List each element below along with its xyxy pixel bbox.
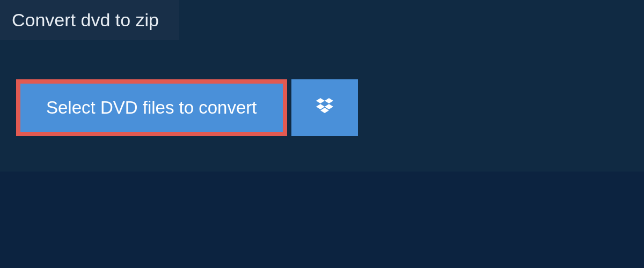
- dropbox-button[interactable]: [291, 79, 358, 136]
- dropbox-icon: [314, 96, 335, 120]
- tab-title: Convert dvd to zip: [12, 10, 159, 30]
- action-button-row: Select DVD files to convert: [16, 79, 358, 136]
- select-files-button[interactable]: Select DVD files to convert: [16, 79, 287, 136]
- conversion-tab[interactable]: Convert dvd to zip: [0, 0, 179, 40]
- select-files-label: Select DVD files to convert: [46, 98, 257, 118]
- converter-panel: Convert dvd to zip Select DVD files to c…: [0, 0, 644, 172]
